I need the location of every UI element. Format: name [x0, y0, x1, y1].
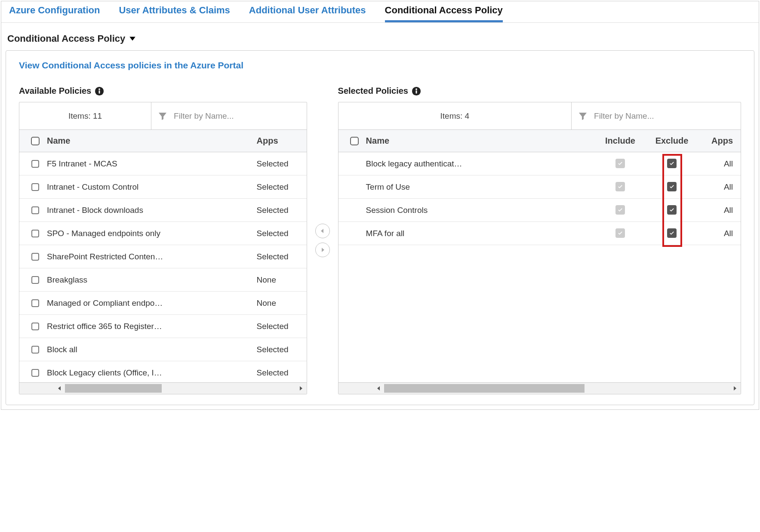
policy-name: Managed or Compliant endpo… — [45, 298, 255, 308]
row-checkbox[interactable] — [31, 299, 39, 307]
move-left-button[interactable] — [315, 224, 330, 238]
policy-apps: None — [255, 275, 307, 285]
table-row[interactable]: Session ControlsAll — [338, 199, 741, 222]
table-row[interactable]: Managed or Compliant endpo…None — [19, 292, 307, 315]
funnel-icon — [578, 111, 588, 121]
available-filter[interactable] — [151, 102, 307, 129]
info-icon[interactable] — [412, 86, 421, 96]
chevron-down-icon — [129, 35, 136, 43]
table-row[interactable]: Intranet - Block downloadsSelected — [19, 199, 307, 222]
table-row[interactable]: Intranet - Custom ControlSelected — [19, 175, 307, 199]
available-policies-list: Items: 11 Name Apps F5 Intranet - MCASSe… — [19, 102, 307, 394]
selected-items-count: Items: 4 — [338, 102, 572, 129]
available-rows-scroll[interactable]: F5 Intranet - MCASSelectedIntranet - Cus… — [19, 152, 307, 382]
exclude-checkbox[interactable] — [667, 182, 677, 191]
policy-apps: Selected — [255, 252, 307, 261]
tab-bar: Azure Configuration User Attributes & Cl… — [1, 1, 759, 23]
row-checkbox[interactable] — [31, 206, 39, 214]
tab-additional-user-attributes[interactable]: Additional User Attributes — [249, 4, 366, 22]
table-row[interactable]: MFA for allAll — [338, 222, 741, 245]
tab-user-attributes-claims[interactable]: User Attributes & Claims — [119, 4, 230, 22]
policy-apps: Selected — [255, 182, 307, 192]
info-icon[interactable] — [95, 86, 104, 96]
include-checkbox — [615, 228, 625, 238]
row-checkbox[interactable] — [31, 346, 39, 354]
row-checkbox[interactable] — [31, 183, 39, 191]
section-title: Conditional Access Policy — [7, 33, 125, 44]
available-horizontal-scrollbar[interactable] — [19, 383, 307, 394]
policy-name: SharePoint Restricted Conten… — [45, 252, 255, 261]
tab-conditional-access-policy[interactable]: Conditional Access Policy — [385, 4, 503, 22]
tab-azure-configuration[interactable]: Azure Configuration — [9, 4, 100, 22]
table-row[interactable]: Restrict office 365 to Register…Selected — [19, 315, 307, 338]
policy-name: MFA for all — [364, 229, 594, 238]
include-checkbox — [615, 205, 625, 215]
available-policies-title: Available Policies — [19, 86, 91, 96]
column-name[interactable]: Name — [45, 136, 255, 146]
available-filter-input[interactable] — [174, 111, 301, 121]
row-checkbox[interactable] — [31, 369, 39, 377]
move-right-button[interactable] — [315, 243, 330, 257]
policy-name: Session Controls — [364, 206, 594, 215]
table-row[interactable]: Block Legacy clients (Office, I…Selected — [19, 361, 307, 382]
selected-filter[interactable] — [572, 102, 741, 129]
policy-apps: None — [255, 298, 307, 308]
policy-apps: Selected — [255, 229, 307, 238]
include-checkbox — [615, 182, 625, 191]
include-checkbox — [615, 159, 625, 168]
policy-apps: All — [698, 229, 741, 238]
column-apps[interactable]: Apps — [698, 136, 741, 146]
table-row[interactable]: Block allSelected — [19, 338, 307, 361]
policy-name: Intranet - Custom Control — [45, 182, 255, 192]
view-in-azure-portal-link[interactable]: View Conditional Access policies in the … — [19, 60, 243, 70]
selected-horizontal-scrollbar[interactable] — [338, 383, 741, 394]
policy-name: Block Legacy clients (Office, I… — [45, 368, 255, 378]
policy-name: Intranet - Block downloads — [45, 206, 255, 215]
policy-apps: All — [698, 182, 741, 192]
policy-apps: Selected — [255, 206, 307, 215]
exclude-checkbox[interactable] — [667, 159, 677, 168]
table-row[interactable]: Block legacy authenticat…All — [338, 152, 741, 175]
row-checkbox[interactable] — [31, 276, 39, 284]
column-apps[interactable]: Apps — [255, 136, 307, 146]
policy-apps: Selected — [255, 368, 307, 378]
funnel-icon — [157, 111, 168, 121]
row-checkbox[interactable] — [31, 253, 39, 261]
policy-apps: All — [698, 159, 741, 169]
policy-apps: Selected — [255, 159, 307, 169]
policy-name: F5 Intranet - MCAS — [45, 159, 255, 169]
column-include[interactable]: Include — [594, 136, 646, 146]
column-exclude[interactable]: Exclude — [646, 136, 698, 146]
selected-filter-input[interactable] — [594, 111, 735, 121]
exclude-checkbox[interactable] — [667, 205, 677, 215]
policy-name: Breakglass — [45, 275, 255, 285]
available-select-all-checkbox[interactable] — [31, 137, 40, 145]
exclude-checkbox[interactable] — [667, 228, 677, 238]
policy-name: Block legacy authenticat… — [364, 159, 594, 169]
policy-apps: All — [698, 206, 741, 215]
selected-policies-title: Selected Policies — [338, 86, 408, 96]
section-toggle[interactable]: Conditional Access Policy — [1, 23, 759, 50]
policy-name: Term of Use — [364, 182, 594, 192]
table-row[interactable]: SharePoint Restricted Conten…Selected — [19, 245, 307, 268]
selected-rows: Block legacy authenticat…AllTerm of UseA… — [338, 152, 741, 382]
policy-name: SPO - Managed endpoints only — [45, 229, 255, 238]
table-row[interactable]: SPO - Managed endpoints onlySelected — [19, 222, 307, 245]
row-checkbox[interactable] — [31, 160, 39, 168]
table-row[interactable]: Term of UseAll — [338, 175, 741, 199]
policy-apps: Selected — [255, 322, 307, 331]
policy-name: Restrict office 365 to Register… — [45, 322, 255, 331]
selected-select-all-checkbox[interactable] — [350, 137, 359, 145]
column-name[interactable]: Name — [364, 136, 594, 146]
policy-apps: Selected — [255, 345, 307, 354]
table-row[interactable]: F5 Intranet - MCASSelected — [19, 152, 307, 175]
row-checkbox[interactable] — [31, 230, 39, 237]
policy-panel: View Conditional Access policies in the … — [6, 50, 754, 405]
row-checkbox[interactable] — [31, 323, 39, 330]
table-row[interactable]: BreakglassNone — [19, 268, 307, 292]
policy-name: Block all — [45, 345, 255, 354]
selected-policies-list: Items: 4 Name Include Exclude Apps — [338, 102, 741, 394]
available-items-count: Items: 11 — [19, 102, 151, 129]
